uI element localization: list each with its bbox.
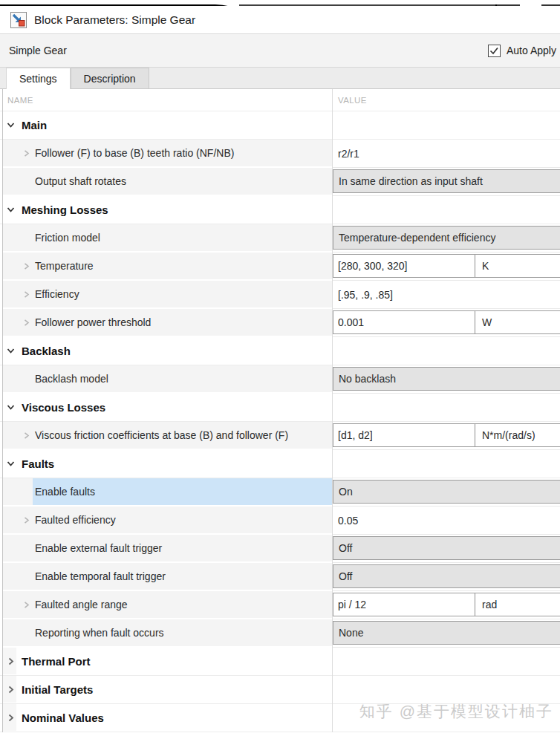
section-row[interactable]: Faults <box>0 450 560 478</box>
parameter-name: Follower power threshold <box>35 316 151 328</box>
parameter-value-cell: r2/r1 <box>332 140 560 168</box>
expand-chevron-icon[interactable] <box>6 685 16 694</box>
parameter-value-cell: On <box>332 478 560 507</box>
parameter-row: Viscous friction coefficients at base (B… <box>0 422 560 450</box>
value-dropdown[interactable]: On <box>333 480 560 504</box>
section-row[interactable]: Thermal Port <box>0 648 560 676</box>
value-dropdown[interactable]: None <box>333 621 560 645</box>
parameter-row: Follower (F) to base (B) teeth ratio (NF… <box>0 140 560 168</box>
parameter-row: Faulted efficiency0.05 <box>0 507 560 535</box>
parameter-name-cell[interactable]: Faulted angle range <box>33 591 332 619</box>
value-dropdown[interactable]: Temperature-dependent efficiency <box>333 226 560 250</box>
collapse-chevron-icon[interactable] <box>6 459 16 469</box>
expand-chevron-icon[interactable] <box>22 149 30 157</box>
auto-apply-checkbox-icon[interactable] <box>488 45 501 57</box>
row-gutter <box>3 365 33 394</box>
row-gutter <box>3 507 33 535</box>
dropdown-selected-value: No backlash <box>339 373 396 385</box>
parameter-name-cell[interactable]: Reporting when fault occurs <box>33 619 332 648</box>
parameter-name: Faulted angle range <box>35 599 128 610</box>
parameter-name-cell[interactable]: Enable temporal fault trigger <box>33 563 332 591</box>
value-text[interactable]: 0.05 <box>332 507 560 534</box>
parameter-row: Output shaft rotatesIn same direction as… <box>0 168 560 196</box>
value-dropdown[interactable]: Off <box>333 564 560 588</box>
parameter-name-cell[interactable]: Follower (F) to base (B) teeth ratio (NF… <box>33 140 332 168</box>
simulink-block-icon <box>10 12 27 28</box>
parameter-row: Efficiency[.95, .9, .85] <box>0 281 560 309</box>
row-gutter <box>3 591 33 619</box>
section-row[interactable]: Main <box>0 111 560 140</box>
expand-chevron-icon[interactable] <box>22 601 30 609</box>
expand-chevron-icon[interactable] <box>22 319 30 327</box>
unit-dropdown[interactable]: N*m/(rad/s) <box>476 424 560 446</box>
value-text[interactable]: r2/r1 <box>332 140 560 167</box>
parameter-value-cell: Temperature-dependent efficiency <box>332 224 560 253</box>
parameter-value-cell: In same direction as input shaft <box>332 168 560 196</box>
dropdown-selected-value: Temperature-dependent efficiency <box>339 232 495 244</box>
section-row[interactable]: Backlash <box>0 337 560 365</box>
value-input[interactable]: 0.001 <box>333 311 475 333</box>
parameter-name-cell[interactable]: Enable faults <box>33 478 332 507</box>
value-input[interactable]: pi / 12 <box>333 593 475 616</box>
expand-chevron-icon[interactable] <box>22 516 30 524</box>
parameter-name-cell[interactable]: Friction model <box>33 224 332 253</box>
section-label: Initial Targets <box>22 683 93 696</box>
row-gutter <box>3 619 33 648</box>
parameter-name-cell[interactable]: Follower power threshold <box>33 309 332 337</box>
parameter-name-cell[interactable]: Faulted efficiency <box>33 507 332 535</box>
parameter-name: Backlash model <box>35 373 108 385</box>
section-row[interactable]: Viscous Losses <box>0 394 560 422</box>
parameter-name-cell[interactable]: Efficiency <box>33 281 332 309</box>
value-dropdown[interactable]: In same direction as input shaft <box>333 169 560 193</box>
unit-dropdown[interactable]: W <box>476 311 560 333</box>
parameter-name-cell[interactable]: Enable external fault trigger <box>33 535 332 563</box>
tab-settings[interactable]: Settings <box>6 68 71 89</box>
parameter-row: Backlash modelNo backlash <box>0 365 560 394</box>
parameter-row: Friction modelTemperature-dependent effi… <box>0 224 560 253</box>
section-label: Nominal Values <box>22 711 104 724</box>
unit-dropdown[interactable]: rad <box>476 593 560 616</box>
expand-chevron-icon[interactable] <box>22 290 30 299</box>
row-gutter <box>3 563 33 591</box>
parameter-name: Viscous friction coefficients at base (B… <box>35 429 288 441</box>
parameter-value-cell: 0.05 <box>332 507 560 535</box>
parameter-name: Reporting when fault occurs <box>35 627 164 639</box>
dropdown-selected-value: Off <box>339 570 352 582</box>
parameter-name-cell[interactable]: Viscous friction coefficients at base (B… <box>33 422 332 450</box>
section-row[interactable]: Initial Targets <box>0 676 560 704</box>
auto-apply-control[interactable]: Auto Apply <box>488 34 556 67</box>
section-row[interactable]: Meshing Losses <box>0 196 560 224</box>
tab-description[interactable]: Description <box>71 68 149 88</box>
unit-dropdown[interactable]: K <box>476 255 560 277</box>
dropdown-selected-value: In same direction as input shaft <box>339 175 483 187</box>
expand-chevron-icon[interactable] <box>6 713 16 723</box>
row-gutter <box>3 535 33 563</box>
expand-chevron-icon[interactable] <box>6 657 16 666</box>
parameter-name-cell[interactable]: Output shaft rotates <box>33 168 332 196</box>
block-header-bar: Simple Gear Auto Apply <box>0 34 560 68</box>
parameter-value-cell: None <box>332 619 560 648</box>
collapse-chevron-icon[interactable] <box>6 205 16 215</box>
parameter-row: Enable faultsOn <box>0 478 560 507</box>
parameter-row: Enable external fault triggerOff <box>0 535 560 563</box>
value-input[interactable]: [d1, d2] <box>333 424 475 446</box>
section-label: Thermal Port <box>22 655 91 668</box>
parameter-value-cell: pi / 12rad <box>332 591 560 619</box>
collapse-chevron-icon[interactable] <box>6 346 16 356</box>
collapse-chevron-icon[interactable] <box>6 403 16 412</box>
parameter-name-cell[interactable]: Temperature <box>33 253 332 281</box>
expand-chevron-icon[interactable] <box>22 262 30 270</box>
value-input-with-unit: 0.001W <box>333 310 560 334</box>
value-dropdown[interactable]: Off <box>333 536 560 560</box>
value-input[interactable]: [280, 300, 320] <box>333 255 475 277</box>
dropdown-selected-value: Off <box>339 542 352 554</box>
row-gutter <box>3 168 33 196</box>
value-text[interactable]: [.95, .9, .85] <box>332 281 560 308</box>
parameter-row: Temperature[280, 300, 320]K <box>0 253 560 281</box>
dropdown-selected-value: None <box>339 627 363 639</box>
row-gutter <box>3 309 33 337</box>
collapse-chevron-icon[interactable] <box>6 120 16 130</box>
value-dropdown[interactable]: No backlash <box>333 367 560 391</box>
parameter-name-cell[interactable]: Backlash model <box>33 365 332 394</box>
expand-chevron-icon[interactable] <box>22 431 30 440</box>
